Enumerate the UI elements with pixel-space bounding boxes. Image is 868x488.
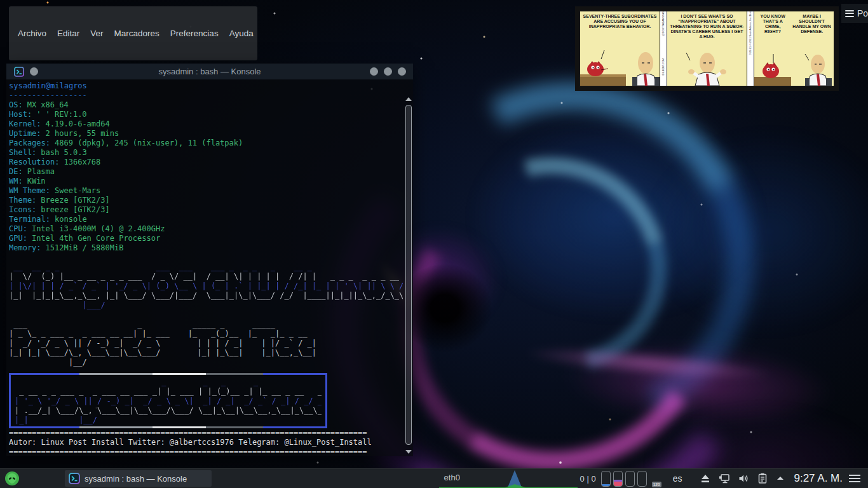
expand-tray-caret-icon[interactable]	[775, 473, 785, 484]
konsole-window[interactable]: sysadmin : bash — Konsole sysadmin@milag…	[6, 64, 413, 456]
menu-item[interactable]: Ver	[90, 29, 103, 38]
separator-line-top: ========================================…	[9, 428, 403, 438]
badge-count: 120	[652, 482, 661, 487]
comic-speech-1: SEVENTY-THREE SUBORDINATES ARE ACCUSING …	[582, 14, 658, 29]
minimize-button[interactable]	[370, 67, 378, 76]
neofetch-info-row: Theme:Breeze [GTK2/3]	[9, 196, 403, 205]
ascii-art-milagros-gnu-linux: __ __ _ _ ___ ___ ___ _ _ _ _ __ _ | \/ …	[9, 262, 403, 310]
tray-badge-icon[interactable]: 120	[653, 471, 668, 486]
window-titlebar[interactable]: sysadmin : bash — Konsole	[6, 64, 413, 79]
neofetch-user-host: sysadmin@milagros	[9, 81, 403, 91]
neofetch-info-row: CPU:Intel i3-4000M (4) @ 2.400GHz	[9, 224, 403, 234]
neofetch-info-row: WM Theme:Sweet-Mars	[9, 186, 403, 196]
close-button[interactable]	[398, 67, 406, 76]
neofetch-info-row: WM:KWin	[9, 177, 403, 186]
scrollbar-up-arrow-icon[interactable]	[405, 97, 412, 101]
volume-speaker-icon[interactable]	[737, 472, 750, 485]
ascii-art-proyecto-tictac: ___ _ _____ _ _____ | _ \_ _ ___ _ _ ___…	[9, 320, 403, 367]
catbert-and-boss-figure	[580, 49, 660, 86]
ascii-art-url-box: _ _ _ _ _ __ _ _ ___ _ _ ___ __ ___ _| |…	[9, 373, 327, 428]
comic-speech-3b: MAYBE I SHOULDN'T HANDLE MY OWN DEFENSE.	[792, 14, 832, 34]
taskbar-panel: sysadmin : bash — Konsole eth0 0 | 0 120…	[0, 468, 868, 488]
keyboard-layout-indicator[interactable]: es	[673, 473, 682, 484]
neofetch-info-row: GPU:Intel 4th Gen Core Processor	[9, 234, 403, 243]
scrollbar-down-arrow-icon[interactable]	[405, 450, 412, 454]
desktop-widget-header[interactable]: Po	[841, 4, 868, 23]
neofetch-info-row: Memory:1512MiB / 5880MiB	[9, 243, 403, 253]
neofetch-divider: -----------------	[9, 91, 403, 100]
desktop-wallpaper: ArchivoEditarVerMarcadoresPreferenciasAy…	[0, 0, 868, 488]
neofetch-info-row: Shell:bash 5.0.3	[9, 148, 403, 158]
display-connect-icon[interactable]	[718, 472, 731, 485]
terminal-scrollbar[interactable]	[405, 97, 412, 454]
eject-icon[interactable]	[699, 472, 712, 485]
menu-item[interactable]: Ayuda	[229, 29, 254, 38]
neofetch-info-list: OS:MX x86_64 Host:' ' REV:1.0 Kernel:4.1…	[9, 100, 403, 253]
task-label: sysadmin : bash — Konsole	[85, 474, 187, 484]
digital-clock[interactable]: 9:27 A. M.	[794, 472, 843, 485]
comic-credit-top: @SCOTTADAMSSAYS	[661, 11, 665, 36]
widget-header-label: Po	[857, 8, 868, 18]
terminal-viewport[interactable]: sysadmin@milagros ----------------- OS:M…	[6, 79, 413, 456]
comic-credit-strip-1: @SCOTTADAMSSAYS DILBERT.COM	[660, 11, 667, 86]
monitor-box-4[interactable]	[637, 471, 647, 487]
neofetch-info-row: Icons:breeze [GTK2/3]	[9, 205, 403, 215]
taskbar-task-konsole[interactable]: sysadmin : bash — Konsole	[65, 470, 212, 487]
network-counters: 0 | 0	[580, 474, 596, 484]
maximize-button[interactable]	[384, 67, 392, 76]
catbert-and-boss-figure-2	[754, 54, 834, 86]
comic-speech-3a: YOU KNOW THAT'S A CRIME, RIGHT?	[756, 14, 789, 34]
menu-item[interactable]: Editar	[57, 29, 79, 38]
neofetch-info-row: Host:' ' REV:1.0	[9, 110, 403, 119]
hamburger-menu-icon[interactable]	[845, 8, 854, 18]
comic-panel-3: YOU KNOW THAT'S A CRIME, RIGHT? MAYBE I …	[754, 11, 834, 86]
comic-panel-1: SEVENTY-THREE SUBORDINATES ARE ACCUSING …	[580, 11, 660, 86]
separator-line-bottom: ========================================…	[9, 447, 403, 456]
monitor-fill-pink	[614, 480, 622, 486]
konsole-icon	[14, 67, 24, 77]
window-title: sysadmin : bash — Konsole	[6, 67, 413, 76]
network-interface-label: eth0	[444, 473, 460, 482]
app-launcher-alien-icon[interactable]	[4, 471, 20, 486]
comic-speech-2: I DON'T SEE WHAT'S SO "INAPPROPRIATE" AB…	[669, 14, 745, 39]
clipboard-icon[interactable]	[756, 472, 769, 485]
konsole-icon	[69, 473, 80, 484]
comic-credit-bottom: DILBERT.COM	[661, 37, 665, 76]
boss-figure	[667, 53, 747, 86]
network-monitor-widget[interactable]: eth0	[439, 469, 578, 488]
monitor-fill-blue	[602, 484, 610, 486]
comic-credit-strip-2: 3-29-21 © 2021 Scott Adams, Inc./Dist. b…	[747, 11, 754, 86]
menu-item[interactable]: Marcadores	[114, 29, 159, 38]
neofetch-info-row: OS:MX x86_64	[9, 100, 403, 110]
author-line: Autor: Linux Post Install Twitter: @albe…	[9, 438, 403, 447]
window-pin-button[interactable]	[30, 67, 38, 76]
scrollbar-thumb[interactable]	[405, 105, 412, 445]
neofetch-info-row: Terminal:konsole	[9, 215, 403, 224]
menu-item[interactable]: Preferencias	[170, 29, 219, 38]
monitor-box-2[interactable]	[613, 471, 623, 487]
neofetch-info-row: DE:Plasma	[9, 167, 403, 177]
menu-item[interactable]: Archivo	[18, 29, 46, 38]
comic-strip-widget[interactable]: SEVENTY-THREE SUBORDINATES ARE ACCUSING …	[575, 6, 839, 91]
ascii-art-proyectotictac-com: _ _ _ _ _ __ _ _ ___ _ _ ___ __ ___ _| |…	[15, 377, 322, 425]
comic-copyright: 3-29-21 © 2021 Scott Adams, Inc./Dist. b…	[749, 17, 752, 55]
panel-hamburger-menu-icon[interactable]	[849, 473, 860, 484]
neofetch-info-row: Kernel:4.19.0-6-amd64	[9, 119, 403, 129]
comic-panel-2: I DON'T SEE WHAT'S SO "INAPPROPRIATE" AB…	[667, 11, 747, 86]
monitor-box-1[interactable]	[601, 471, 611, 487]
neofetch-info-row: Resolution:868x488	[9, 158, 403, 167]
neofetch-info-row: Packages:4869 (dpkg), 245 (nix-user), 11…	[9, 139, 403, 148]
neofetch-info-row: Uptime:2 hours, 55 mins	[9, 129, 403, 139]
konsole-menubar: ArchivoEditarVerMarcadoresPreferenciasAy…	[9, 6, 257, 60]
monitor-box-3[interactable]	[625, 471, 635, 487]
